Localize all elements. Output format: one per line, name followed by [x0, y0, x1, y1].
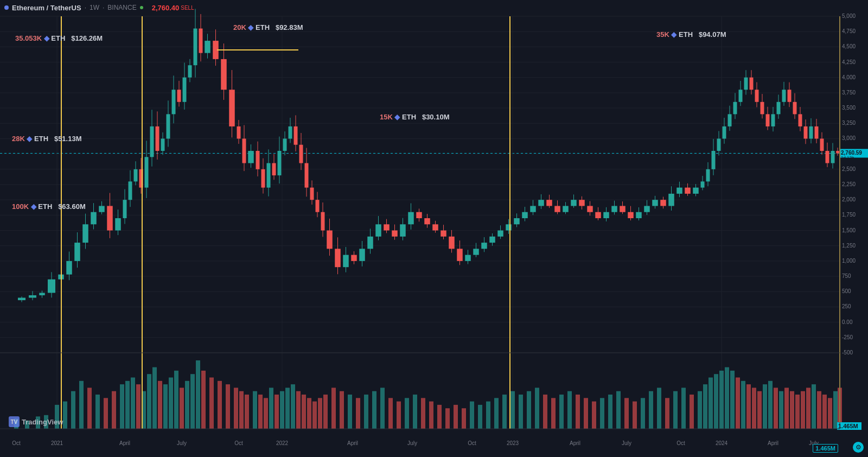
timeframe: 1W: [90, 4, 99, 11]
exchange-label: ·: [103, 4, 104, 11]
volume-bottom-label: 1.465M: [813, 444, 838, 453]
settings-icon[interactable]: ⚙: [853, 442, 864, 453]
sell-price-group: 2,760.40 SELL: [152, 4, 194, 12]
timeframe-label: ·: [85, 4, 86, 11]
current-price: 2,760.40: [152, 4, 180, 12]
symbol-info: Ethereum / TetherUS · 1W · BINANCE: [4, 4, 143, 12]
sell-label: SELL: [181, 5, 194, 11]
top-bar: Ethereum / TetherUS · 1W · BINANCE 2,760…: [0, 0, 868, 15]
tv-text: TradingView: [22, 418, 63, 426]
tv-logo: TV TradingView: [9, 416, 63, 427]
tv-icon: TV: [9, 416, 20, 427]
exchange: BINANCE: [107, 4, 136, 11]
symbol-title: Ethereum / TetherUS: [12, 4, 81, 12]
eth-icon: [4, 5, 9, 10]
tradingview-watermark: TV TradingView: [9, 416, 63, 427]
live-dot: [140, 6, 143, 9]
